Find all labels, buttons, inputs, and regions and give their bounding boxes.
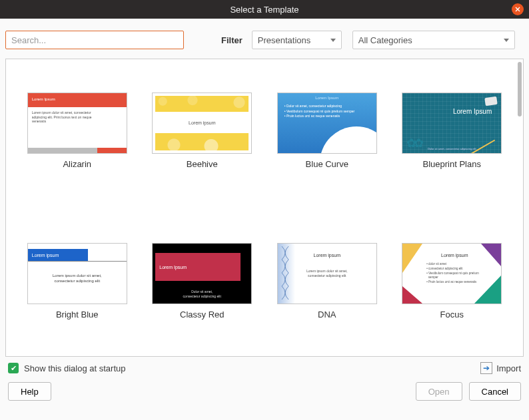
thumbnail: Lorem Ipsum • Dolor sit amet, consectetu… (277, 93, 377, 154)
thumbnail: Lorem ipsum Lorem ipsum dolor sit amet, … (27, 243, 127, 304)
scrollbar-thumb[interactable] (518, 62, 522, 116)
template-item-bright-blue[interactable]: Lorem ipsum Lorem ipsum dolor sit amet, … (26, 243, 129, 343)
filter-app-select[interactable]: Presentations (252, 31, 342, 49)
template-item-beehive[interactable]: Lorem ipsum Beehive (151, 93, 254, 192)
template-name: Beehive (187, 159, 218, 169)
import-label: Import (496, 363, 521, 373)
open-button[interactable]: Open (416, 382, 462, 401)
template-name: Classy Red (180, 310, 224, 319)
filter-app-value: Presentations (258, 35, 311, 45)
show-at-startup-checkbox[interactable]: ✔ Show this dialog at startup (8, 363, 125, 373)
svg-marker-2 (481, 244, 501, 266)
filter-category-value: All Categories (358, 35, 412, 45)
checkbox-checked-icon: ✔ (8, 363, 19, 373)
template-name: Bright Blue (56, 310, 99, 319)
close-icon (515, 7, 520, 12)
template-item-blue-curve[interactable]: Lorem Ipsum • Dolor sit amet, consectetu… (276, 93, 378, 192)
filter-category-select[interactable]: All Categories (352, 31, 515, 49)
thumbnail: Lorem ipsum • dolor sit amet • consectet… (402, 243, 502, 304)
footer-row-1: ✔ Show this dialog at startup ➔ Import (0, 357, 529, 375)
import-icon: ➔ (480, 362, 492, 374)
template-gallery: Lorem Ipsum Lorem ipsum dolor sit amet, … (5, 59, 524, 357)
search-input[interactable] (5, 31, 184, 49)
scrollbar[interactable] (518, 62, 522, 353)
svg-marker-1 (402, 286, 422, 304)
template-item-alizarin[interactable]: Lorem Ipsum Lorem ipsum dolor sit amet, … (26, 93, 129, 192)
footer-row-2: Help Open Cancel (0, 375, 529, 409)
titlebar: Select a Template (0, 0, 529, 19)
thumbnail: Lorem Ipsum Dolor sit amet, consectetur … (152, 243, 252, 304)
template-item-dna[interactable]: Lorem ipsum Lorem ipsum dolor sit amet, … (276, 243, 378, 343)
thumbnail: Lorem Ipsum Lorem ipsum dolor sit amet, … (27, 93, 127, 154)
template-item-focus[interactable]: Lorem ipsum • dolor sit amet • consectet… (401, 243, 504, 343)
thumbnail: Lorem ipsum Lorem ipsum dolor sit amet, … (277, 243, 377, 304)
template-item-blueprint[interactable]: Lorem Ipsum ✿✿ Dolor sit amet, consectet… (401, 93, 504, 192)
template-name: Alizarin (63, 159, 91, 169)
template-name: Blueprint Plans (423, 159, 481, 169)
close-button[interactable] (512, 3, 524, 15)
chevron-down-icon (504, 39, 509, 42)
filter-label: Filter (221, 35, 243, 45)
svg-marker-0 (402, 244, 422, 273)
import-button[interactable]: ➔ Import (480, 362, 521, 374)
gallery-grid: Lorem Ipsum Lorem ipsum dolor sit amet, … (6, 59, 523, 356)
window-title: Select a Template (230, 5, 298, 15)
template-name: Focus (440, 310, 464, 319)
template-item-classy-red[interactable]: Lorem Ipsum Dolor sit amet, consectetur … (151, 243, 254, 343)
chevron-down-icon (330, 39, 336, 42)
template-name: Blue Curve (306, 159, 348, 169)
thumbnail: Lorem Ipsum ✿✿ Dolor sit amet, consectet… (402, 93, 502, 154)
cancel-button[interactable]: Cancel (469, 382, 521, 401)
thumbnail: Lorem ipsum (152, 93, 252, 154)
help-button[interactable]: Help (8, 382, 51, 401)
template-name: DNA (318, 310, 336, 319)
toolbar: Filter Presentations All Categories (0, 19, 529, 55)
checkbox-label: Show this dialog at startup (24, 363, 125, 373)
